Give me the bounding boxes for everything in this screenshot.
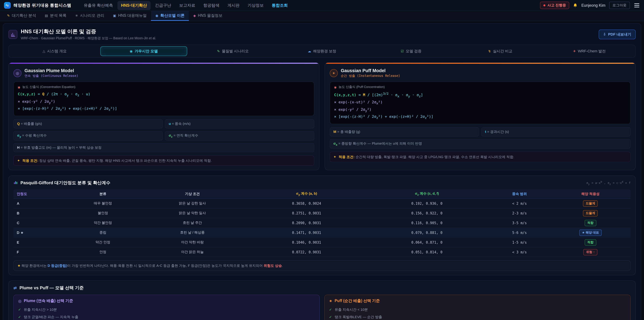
pencil-icon: ✎ (7, 14, 10, 18)
download-icon: ⇩ (603, 32, 606, 37)
model-subtitle: 연속 방출 (Continuous Release) (24, 74, 78, 78)
status-dot-icon (544, 4, 546, 6)
criteria-item: ✓유출 지속시간 > 10분 (18, 306, 315, 313)
sigma-z-coeff: 0.064, 0.871, 0 (365, 237, 489, 247)
formula-line: × exp(-y² / 2σy²) (334, 106, 626, 113)
wind-range: 5-6 m/s (489, 228, 550, 237)
book-icon: ▣ (113, 14, 116, 18)
stability-class: 매우 불안정 (69, 198, 137, 208)
page-title: HNS 대기확산 모델 이론 및 검증 (21, 28, 156, 35)
tab-gaussian-model[interactable]: ◉가우시안 모델 (100, 46, 187, 56)
sigma-z-coeff: 0.192, 0.936, 0 (365, 198, 489, 208)
stability-row-D[interactable]: D ★중립흐린 날 / 해상풍0.1471, 0.90310.079, 0.88… (14, 228, 630, 237)
weather-condition: 흐린 날 주간 (137, 218, 248, 228)
parameter-cell: u= 풍속 (m/s) (165, 119, 314, 128)
nav-item-reports[interactable]: 보고자료 (176, 1, 199, 10)
rocket-icon: ✈ (573, 49, 576, 53)
applicability-badge: 드물게 (583, 200, 598, 207)
applicability-badge: 적합 (585, 220, 596, 226)
note-label: 적용 조건: (338, 155, 354, 159)
tab-hns-substance-info[interactable]: ◈HNS 물질정보 (189, 11, 227, 21)
tab-hns-manual[interactable]: ▣HNS 대응매뉴얼 (109, 11, 151, 21)
page-icon (8, 30, 18, 39)
module-tab-bar: ✎대기확산 분석 ▤분석 목록 ✳시나리오 관리 ▣HNS 대응매뉴얼 ◉확산모… (0, 11, 644, 21)
nav-item-hns-dispersion[interactable]: HNS·대기확산 (118, 1, 151, 10)
nav-item-rescue[interactable]: 긴급구난 (151, 1, 175, 10)
tab-label: HNS 물질정보 (198, 13, 222, 18)
parameter-cell: σz= 연직 확산계수 (165, 131, 314, 140)
nav-right: 사고 진행중 Eunjeong Kim 로그아웃 (540, 2, 640, 9)
tab-substance-scenarios[interactable]: ✎물질별 시나리오 (189, 46, 276, 56)
stability-row-E[interactable]: E약간 안정야간 약한 바람0.1046, 0.90310.064, 0.871… (14, 237, 630, 247)
tab-analysis-list[interactable]: ▤분석 목록 (40, 11, 71, 21)
nav-item-weather[interactable]: 기상정보 (244, 1, 267, 10)
sigma-y-coeff: 0.2751, 0.9031 (248, 208, 365, 218)
lightning-icon: ↯ (488, 49, 491, 53)
nav-item-integrated-search[interactable]: 통합조회 (268, 1, 292, 10)
column-header: 해양 적용성 (550, 189, 630, 198)
tab-dispersion-analysis[interactable]: ✎대기확산 분석 (3, 11, 40, 21)
applicability-cell: 적합 (550, 218, 630, 228)
sigma-formula-hint: σy = a·xb , σz = c·xd + f (586, 180, 630, 186)
column-header: 안정도 (14, 189, 69, 198)
card-header: ✶ Gaussian Puff Model 순간 방출 (Instantaneo… (330, 68, 630, 78)
stability-class: 안정 (69, 247, 137, 257)
check-square-icon: ☑ (401, 49, 404, 53)
plume-params: Q= 배출률 (g/s)u= 풍속 (m/s)σy= 수평 확산계수σz= 연직… (14, 119, 314, 152)
top-navigation: 해양환경 위기대응 통합시스템 유출유 확산예측 HNS·대기확산 긴급구난 보… (0, 0, 644, 11)
weather-condition: 야간 맑은 하늘 (137, 247, 248, 257)
section-title: Pasquill-Gifford 대기안정도 분류 및 확산계수 (20, 180, 110, 186)
sigma-y-coeff: 0.1471, 0.9031 (248, 228, 365, 237)
tab-realtime-comparison[interactable]: ↯실시간 비교 (457, 46, 544, 56)
puff-model-icon: ✶ (330, 69, 338, 77)
wind-range: < 2 m/s (489, 198, 550, 208)
pdf-export-label: PDF 내보내기 (608, 32, 631, 37)
tab-marine-correction[interactable]: ☁해양환경 보정 (278, 46, 366, 56)
applicability-badge: 드물게 (583, 210, 598, 216)
stability-row-A[interactable]: A매우 불안정맑은 날 강한 일사0.3658, 0.90240.192, 0.… (14, 198, 630, 208)
logout-button[interactable]: 로그아웃 (609, 2, 630, 9)
incident-status-badge: 사고 진행중 (540, 2, 569, 9)
tab-system-overview[interactable]: △시스템 개요 (11, 46, 98, 56)
section-header: Pasquill-Gifford 대기안정도 분류 및 확산계수 σy = a·… (14, 180, 630, 186)
nav-item-aerial-search[interactable]: 항공탐색 (200, 1, 223, 10)
sigma-z-coeff: 0.079, 0.881, 0 (365, 228, 489, 237)
stability-class: 불안정 (69, 208, 137, 218)
gaussian-icon: ◉ (130, 49, 132, 53)
puff-application-note: ✦ 적용 조건: 순간적 대량 방출, 폭발·탱크 파열. 해양 사고 중 LP… (330, 152, 630, 162)
brand[interactable]: 해양환경 위기대응 통합시스템 (4, 2, 71, 9)
main-content: HNS 대기확산 모델 이론 및 검증 WRF-Chem · Gaussian … (3, 23, 641, 320)
shuffle-icon: ⇄ (14, 286, 17, 290)
tab-wrf-chem[interactable]: ✈WRF-Chem 발전 (546, 46, 633, 56)
pdf-export-button[interactable]: ⇩ PDF 내보내기 (598, 30, 636, 39)
stability-row-F[interactable]: F안정야간 맑은 하늘0.0722, 0.90310.051, 0.814, 0… (14, 247, 630, 257)
tab-scenario-management[interactable]: ✳시나리오 관리 (71, 11, 109, 21)
page-subtitle: WRF-Chem · Gaussian Plume/Puff · ROMS · … (21, 36, 156, 41)
tab-label: HNS 대응매뉴얼 (118, 13, 147, 18)
stability-row-C[interactable]: C약간 불안정흐린 날 주간0.2090, 0.90310.116, 0.905… (14, 218, 630, 228)
tab-model-validation[interactable]: ☑모델 검증 (368, 46, 455, 56)
model-subtitle: 순간 방출 (Instantaneous Release) (341, 74, 400, 78)
check-icon: ✓ (18, 315, 21, 319)
parameter-cell: Q= 배출률 (g/s) (14, 119, 163, 128)
hamburger-menu-icon[interactable] (634, 2, 640, 9)
formula-line: × exp(-(x-ut)² / 2σx²) (334, 99, 626, 106)
notification-bell-icon[interactable] (573, 3, 578, 8)
stability-row-B[interactable]: B불안정맑은 날 약한 일사0.2751, 0.90310.156, 0.922… (14, 208, 630, 218)
plume-criteria-card: ◎ Plume (연속 배출) 선택 기준 ✓유출 지속시간 > 10분✓탱크 … (14, 295, 320, 320)
parameter-cell: σy= 수평 확산계수 (14, 131, 163, 140)
applicability-badge: ★ 해양 대표 (579, 229, 602, 236)
model-title: Gaussian Plume Model (24, 68, 78, 73)
wind-range: 1-5 m/s (489, 237, 550, 247)
pin-icon: ◉ (334, 85, 336, 89)
note-text: 정상 상태 연속 배출, 균질 풍속, 평탄 지형. 해양 HNS 사고에서 탱… (39, 159, 212, 162)
stability-grade: F (14, 247, 69, 257)
bulb-icon: ✦ (334, 154, 336, 159)
criteria-grid: ◎ Plume (연속 배출) 선택 기준 ✓유출 지속시간 > 10분✓탱크 … (14, 295, 630, 320)
tab-model-theory[interactable]: ◉확산모델 이론 (151, 11, 189, 21)
stability-table: 안정도분류기상 조건σy 계수 (a, b)σz 계수 (c, d, f)풍속 … (14, 189, 630, 257)
nav-item-board[interactable]: 게시판 (224, 1, 243, 10)
check-icon: ✓ (329, 315, 332, 319)
formula-line: × [exp(-(z-H)² / 2σz²) + exp(-(z+H)² / 2… (18, 105, 310, 113)
nav-item-oil-spill[interactable]: 유출유 확산예측 (80, 1, 117, 10)
